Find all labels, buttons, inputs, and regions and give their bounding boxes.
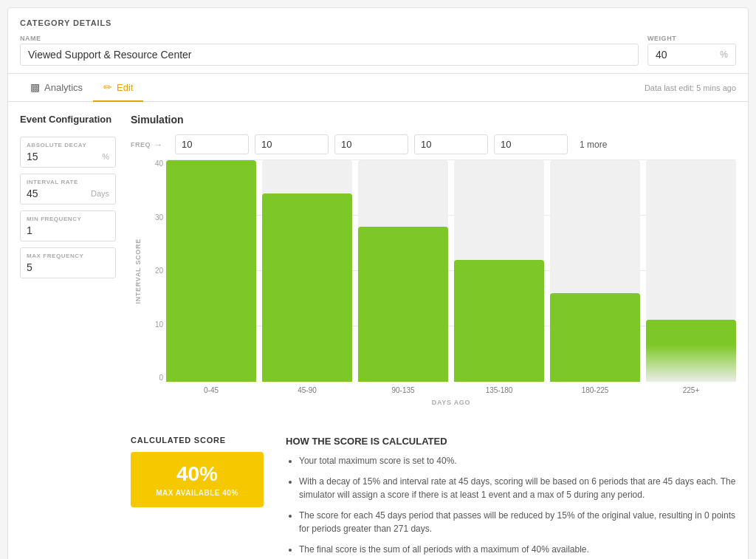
freq-input-1[interactable]: 10 bbox=[255, 134, 329, 154]
weight-unit: % bbox=[720, 49, 728, 60]
config-value-max-freq[interactable]: 5 bbox=[27, 261, 32, 273]
bars-row bbox=[166, 160, 736, 382]
category-details-title: CATEGORY DETAILS bbox=[20, 18, 736, 27]
bar-fill-2 bbox=[358, 227, 448, 382]
bar-0-45 bbox=[166, 160, 256, 382]
how-score-list: Your total maximum score is set to 40%. … bbox=[286, 454, 736, 556]
weight-label: WEIGHT bbox=[647, 35, 736, 42]
config-label-decay: ABSOLUTE DECAY bbox=[27, 142, 109, 148]
bar-fill-0 bbox=[166, 160, 256, 382]
config-field-min-freq: MIN FREQUENCY 1 bbox=[20, 210, 116, 241]
score-box-wrapper: CALCULATED SCORE 40% MAX AVAILABLE 40% bbox=[131, 436, 264, 559]
config-row-interval: 45 Days bbox=[27, 188, 109, 199]
how-score-bullet-3: The final score is the sum of all period… bbox=[299, 543, 736, 556]
bottom-section: CALCULATED SCORE 40% MAX AVAILABLE 40% H… bbox=[131, 428, 736, 559]
x-labels-row: 0-45 45-90 90-135 135-180 180-225 225+ bbox=[166, 386, 736, 394]
y-num-20: 20 bbox=[155, 267, 163, 275]
bar-fill-3 bbox=[454, 260, 544, 382]
y-axis-label-wrapper: INTERVAL SCORE bbox=[131, 160, 145, 382]
simulation-title: Simulation bbox=[131, 114, 736, 126]
freq-row: FREQ → 10 10 10 10 10 1 more bbox=[131, 134, 736, 154]
right-panel: Simulation FREQ → 10 10 10 10 10 1 more bbox=[131, 114, 736, 559]
freq-more[interactable]: 1 more bbox=[574, 134, 613, 154]
how-score-title: HOW THE SCORE IS CALCULATED bbox=[286, 436, 736, 447]
data-last-edit: Data last edit: 5 mins ago bbox=[645, 83, 736, 92]
config-label-min-freq: MIN FREQUENCY bbox=[27, 216, 109, 222]
freq-arrow-icon: → bbox=[154, 140, 163, 150]
score-max-label: MAX AVAILABLE 40% bbox=[138, 489, 256, 497]
tabs-left: ▩ Analytics ✏ Edit bbox=[20, 74, 143, 101]
tab-analytics-label: Analytics bbox=[44, 82, 83, 93]
how-score-bullet-0: Your total maximum score is set to 40%. bbox=[299, 454, 736, 467]
y-num-30: 30 bbox=[155, 214, 163, 222]
how-score-bullet-2: The score for each 45 days period that p… bbox=[299, 509, 736, 535]
category-details-header: CATEGORY DETAILS NAME Viewed Support & R… bbox=[8, 8, 748, 74]
y-numbers-and-bars: 40 30 20 10 0 bbox=[145, 160, 736, 382]
config-unit-interval: Days bbox=[91, 189, 109, 198]
score-pct-value: 40% bbox=[138, 462, 256, 486]
x-axis-label: DAYS AGO bbox=[166, 399, 736, 406]
y-num-40: 40 bbox=[155, 160, 163, 168]
how-score: HOW THE SCORE IS CALCULATED Your total m… bbox=[286, 436, 736, 559]
x-label-0: 0-45 bbox=[166, 386, 256, 394]
bar-fill-4 bbox=[550, 293, 640, 382]
main-content: Event Configuration ABSOLUTE DECAY 15 % … bbox=[8, 102, 748, 559]
page-wrapper: CATEGORY DETAILS NAME Viewed Support & R… bbox=[7, 7, 749, 559]
config-field-decay: ABSOLUTE DECAY 15 % bbox=[20, 137, 116, 168]
config-field-interval: INTERVAL RATE 45 Days bbox=[20, 174, 116, 205]
fields-row: NAME Viewed Support & Resource Center WE… bbox=[20, 35, 736, 66]
freq-input-4[interactable]: 10 bbox=[494, 134, 568, 154]
freq-input-3[interactable]: 10 bbox=[414, 134, 488, 154]
config-label-max-freq: MAX FREQUENCY bbox=[27, 253, 109, 259]
weight-value-box[interactable]: 40 % bbox=[647, 44, 736, 66]
how-score-bullet-1: With a decay of 15% and interval rate at… bbox=[299, 475, 736, 501]
weight-value: 40 bbox=[656, 49, 667, 61]
y-num-10: 10 bbox=[155, 321, 163, 329]
score-box: 40% MAX AVAILABLE 40% bbox=[131, 452, 264, 507]
config-field-max-freq: MAX FREQUENCY 5 bbox=[20, 247, 116, 278]
x-label-4: 180-225 bbox=[550, 386, 640, 394]
y-num-0: 0 bbox=[159, 374, 163, 382]
x-label-1: 45-90 bbox=[262, 386, 352, 394]
chart-icon: ▩ bbox=[30, 81, 40, 93]
name-label: NAME bbox=[20, 35, 639, 42]
bar-fill-1 bbox=[262, 193, 352, 382]
y-numbers-col: 40 30 20 10 0 bbox=[145, 160, 166, 382]
config-value-interval[interactable]: 45 bbox=[27, 188, 38, 199]
config-row-max-freq: 5 bbox=[27, 261, 109, 273]
freq-input-2[interactable]: 10 bbox=[334, 134, 408, 154]
chart-wrapper: INTERVAL SCORE 40 30 20 10 0 bbox=[131, 160, 736, 406]
freq-label: FREQ → bbox=[131, 140, 175, 150]
x-label-2: 90-135 bbox=[358, 386, 448, 394]
config-value-min-freq[interactable]: 1 bbox=[27, 224, 32, 236]
bar-90-135 bbox=[358, 160, 448, 382]
name-value[interactable]: Viewed Support & Resource Center bbox=[20, 44, 639, 66]
pencil-icon: ✏ bbox=[103, 81, 112, 93]
config-row-min-freq: 1 bbox=[27, 224, 109, 236]
config-value-decay[interactable]: 15 bbox=[27, 151, 38, 162]
name-field-group: NAME Viewed Support & Resource Center bbox=[20, 35, 639, 66]
left-panel-title: Event Configuration bbox=[20, 114, 116, 126]
bar-135-180 bbox=[454, 160, 544, 382]
bar-45-90 bbox=[262, 160, 352, 382]
freq-inputs: 10 10 10 10 10 1 more bbox=[175, 134, 736, 154]
config-label-interval: INTERVAL RATE bbox=[27, 179, 109, 185]
bar-225-plus bbox=[646, 160, 736, 382]
score-box-title: CALCULATED SCORE bbox=[131, 436, 264, 445]
config-row-decay: 15 % bbox=[27, 151, 109, 162]
chart-body: 40 30 20 10 0 bbox=[145, 160, 736, 406]
left-panel: Event Configuration ABSOLUTE DECAY 15 % … bbox=[20, 114, 116, 559]
freq-input-0[interactable]: 10 bbox=[175, 134, 249, 154]
tab-edit-label: Edit bbox=[117, 82, 133, 93]
tab-analytics[interactable]: ▩ Analytics bbox=[20, 74, 93, 102]
bar-fill-5 bbox=[646, 320, 736, 382]
tabs-bar: ▩ Analytics ✏ Edit Data last edit: 5 min… bbox=[8, 74, 748, 102]
weight-field-group: WEIGHT 40 % bbox=[647, 35, 736, 66]
x-label-5: 225+ bbox=[646, 386, 736, 394]
config-unit-decay: % bbox=[102, 152, 109, 161]
tab-edit[interactable]: ✏ Edit bbox=[93, 74, 143, 102]
bar-180-225 bbox=[550, 160, 640, 382]
x-label-3: 135-180 bbox=[454, 386, 544, 394]
y-axis-label: INTERVAL SCORE bbox=[134, 239, 142, 304]
